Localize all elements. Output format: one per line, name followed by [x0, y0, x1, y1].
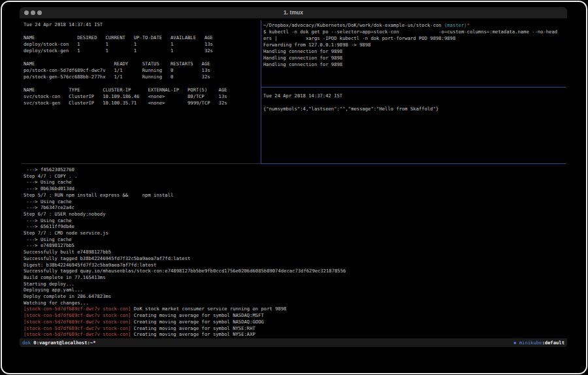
terminal-line: ---> f45623052760 [24, 167, 564, 173]
terminal-line: Digest: b38b42246945fd7f32c5ba9aea7af7fd… [24, 262, 564, 269]
minimize-button[interactable] [31, 10, 35, 15]
terminal-line: Step 6/7 : USER nobody:nobody [24, 211, 564, 218]
terminal-line: Handling connection for 9898 [263, 61, 565, 68]
pane-skaffold-log[interactable]: ---> f45623052760Step 4/7 : COPY . . ---… [24, 167, 564, 338]
terminal-line: [stock-con-5d7df689cf-dwc7v stock-con] C… [24, 312, 564, 319]
terminal-line: ers | xargs -IPOD kubectl -n dok port-fo… [263, 35, 565, 42]
terminal-line: $ kubectl -n dok get po --selector=app=s… [263, 29, 565, 35]
terminal-line: Successfully tagged b38b42246945fd7f32c5… [24, 255, 564, 262]
terminal-line: [stock-con-5d7df689cf-dwc7v stock-con] D… [24, 306, 564, 312]
close-button[interactable] [24, 10, 29, 15]
terminal-line: Step 7/7 : CMD node service.js [24, 230, 564, 236]
terminal-line: ---> 65611ff9db4e [24, 223, 564, 230]
terminal-text-segment: [stock-con-5d7df689cf-dwc7v stock-con] [24, 331, 131, 337]
pane-kubectl-watch[interactable]: Tue 24 Apr 2018 14:37:41 IST NAME DESIRE… [24, 22, 259, 161]
terminal-line: ✱ minikube:default [514, 338, 564, 347]
terminal-line: ---> 7b6347ce2a4c [24, 204, 564, 211]
terminal-line: Successfully built e74898127bb5 [24, 249, 564, 255]
terminal-window: 1. tmux Tue 24 Apr 2018 14:37:41 IST NAM… [20, 7, 567, 348]
terminal-line: Handling connection for 9898 [263, 55, 565, 61]
terminal-line: ---> Using cache [24, 179, 564, 186]
terminal-text-segment: dok [22, 340, 31, 346]
terminal-line: svc/stock-con ClusterIP 10.109.186.46 <n… [24, 93, 259, 100]
terminal-line: Watching for changes... [24, 300, 564, 306]
terminal-text-segment: Creating moving average for symbol NYSE:… [131, 325, 255, 331]
terminal-line [24, 80, 259, 87]
terminal-text-segment: ✱ [514, 340, 519, 346]
terminal-line: {"numsymbols":4,"lastseen":"","message":… [263, 106, 565, 112]
terminal-text-segment: 0:vagrant@localhost:~* [31, 340, 96, 346]
terminal-line: [stock-con-5d7df689cf-dwc7v stock-con] C… [24, 331, 564, 338]
terminal-text-segment: ~/Dropbox/advocacy/Kubernetes/DoK/work/d… [263, 22, 444, 28]
terminal-line: deploy/stock-con 1 1 1 1 13s [24, 41, 259, 48]
terminal-text-segment: DoK stock market consumer service runnin… [131, 306, 286, 312]
terminal-text-segment: [stock-con-5d7df689cf-dwc7v stock-con] [24, 312, 131, 318]
terminal-line: NAME DESIRED CURRENT UP-TO-DATE AVAILABL… [24, 35, 259, 41]
terminal-line: [stock-con-5d7df689cf-dwc7v stock-con] C… [24, 325, 564, 332]
pane-border-horizontal-left[interactable] [22, 163, 261, 164]
terminal-text-segment: Creating moving average for symbol NASDA… [131, 312, 263, 318]
terminal-line: ---> 0b636bd013dd [24, 186, 564, 192]
pane-curl-watch[interactable]: Tue 24 Apr 2018 14:37:42 IST {"numsymbol… [263, 93, 565, 161]
terminal-line: Deploying app.yaml... [24, 287, 564, 293]
tmux-session: Tue 24 Apr 2018 14:37:41 IST NAME DESIRE… [20, 18, 567, 348]
terminal-line: ---> Using cache [24, 199, 564, 205]
status-session-window[interactable]: dok 0:vagrant@localhost:~* [22, 338, 96, 347]
terminal-line: svc/stock-gen ClusterIP 10.100.35.71 <no… [24, 100, 259, 106]
terminal-line: ---> e74898127bb5 [24, 242, 564, 249]
terminal-line [24, 28, 259, 35]
terminal-text-segment: [stock-con-5d7df689cf-dwc7v stock-con] [24, 306, 131, 312]
terminal-line: Build complete in 77.165413ms [24, 274, 564, 281]
terminal-line: Successfully tagged quay.io/mhausenblas/… [24, 268, 564, 274]
status-kube-context: ✱ minikube:default [514, 338, 564, 347]
terminal-line: ~/Dropbox/advocacy/Kubernetes/DoK/work/d… [263, 22, 565, 29]
terminal-line: Starting deploy... [24, 281, 564, 287]
terminal-text-segment: (master) [444, 22, 467, 28]
terminal-line: ---> Using cache [24, 218, 564, 224]
window-controls [24, 10, 42, 15]
pane-border-vertical[interactable] [261, 20, 261, 163]
terminal-line [24, 54, 259, 61]
pane-port-forward[interactable]: ~/Dropbox/advocacy/Kubernetes/DoK/work/d… [263, 22, 565, 86]
window-titlebar[interactable]: 1. tmux [20, 7, 567, 18]
terminal-line: po/stock-gen-576cc688bb-277hx 1/1 Runnin… [24, 74, 259, 80]
terminal-line: Handling connection for 9898 [263, 48, 565, 55]
terminal-line: NAME READY STATUS RESTARTS AGE [24, 61, 259, 67]
zoom-button[interactable] [37, 10, 42, 15]
pane-border-horizontal-right-top[interactable] [261, 87, 566, 88]
terminal-line: po/stock-con-5d7df689cf-dwc7v 1/1 Runnin… [24, 67, 259, 74]
terminal-line: dok 0:vagrant@localhost:~* [22, 338, 96, 347]
terminal-line: NAME TYPE CLUSTER-IP EXTERNAL-IP PORT(S)… [24, 87, 259, 93]
terminal-line: Forwarding from 127.0.0.1:9898 -> 9898 [263, 42, 565, 48]
terminal-text-segment: Creating moving average for symbol NASDA… [131, 319, 263, 325]
terminal-line [263, 99, 565, 106]
terminal-line: Tue 24 Apr 2018 14:37:42 IST [263, 93, 565, 99]
terminal-line: Tue 24 Apr 2018 14:37:41 IST [24, 22, 259, 28]
terminal-line: deploy/stock-gen 1 1 1 1 32s [24, 48, 259, 54]
terminal-text-segment: [stock-con-5d7df689cf-dwc7v stock-con] [24, 319, 131, 325]
terminal-text-segment: :default [542, 340, 564, 346]
tmux-status-bar: dok 0:vagrant@localhost:~* ✱ minikube:de… [20, 338, 567, 347]
terminal-text-segment: minikube [519, 340, 542, 346]
terminal-text-segment: * [467, 22, 470, 28]
terminal-line: Step 4/7 : COPY . . [24, 173, 564, 180]
terminal-line: Deploy complete in 286.647823ms [24, 293, 564, 300]
terminal-text-segment: Creating moving average for symbol NYSE:… [131, 331, 255, 337]
pane-border-horizontal-right-bottom[interactable] [261, 163, 566, 164]
terminal-text-segment: [stock-con-5d7df689cf-dwc7v stock-con] [24, 325, 131, 331]
terminal-line: ---> Using cache [24, 236, 564, 243]
terminal-line: Step 5/7 : RUN npm install express && np… [24, 192, 564, 199]
terminal-line: [stock-con-5d7df689cf-dwc7v stock-con] C… [24, 319, 564, 325]
window-title: 1. tmux [20, 7, 567, 18]
